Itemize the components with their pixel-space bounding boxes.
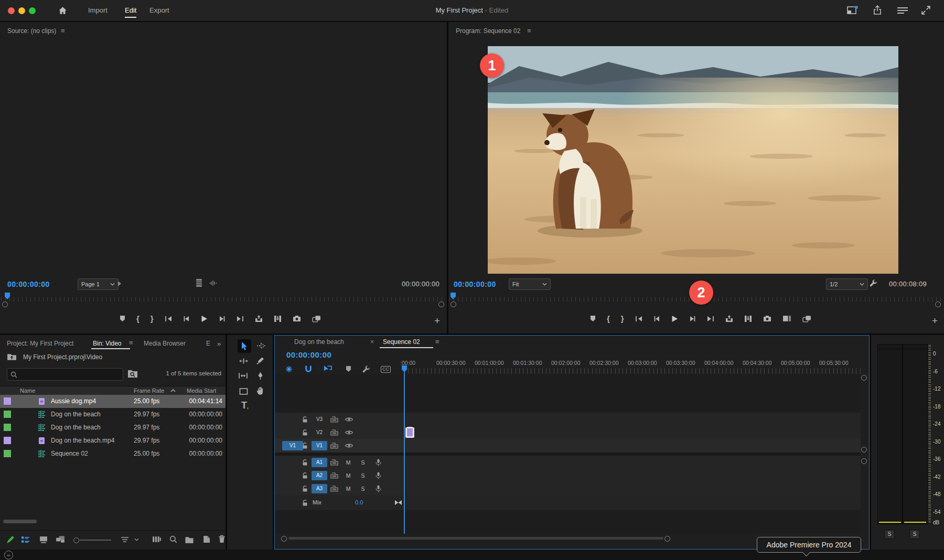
tab-project[interactable]: Project: My First Project (7, 340, 73, 347)
track-a1[interactable]: A1 M S (275, 456, 861, 469)
mix-volume-value[interactable]: 0.0 (355, 499, 363, 505)
new-item-icon[interactable] (202, 535, 210, 543)
lock-icon[interactable] (302, 499, 308, 506)
bin-item-row[interactable]: Sequence 02 25.00 fps 00:00:00:00 (0, 447, 226, 460)
tab-media-browser[interactable]: Media Browser (144, 340, 186, 347)
list-view-icon[interactable] (21, 536, 30, 543)
step-forward-icon[interactable] (219, 316, 226, 322)
timeline-zoom-scrollbar[interactable] (288, 537, 663, 540)
go-to-in-icon[interactable] (165, 316, 172, 322)
column-name[interactable]: Name (20, 387, 35, 394)
lock-icon[interactable] (302, 443, 308, 449)
go-to-in-icon[interactable] (635, 316, 642, 322)
lock-icon[interactable] (302, 416, 308, 423)
track-label[interactable]: A2 (312, 471, 327, 480)
zoom-slider-handle[interactable] (73, 537, 79, 543)
drag-video-only-icon[interactable] (195, 278, 203, 287)
column-media-start[interactable]: Media Start (187, 387, 216, 394)
button-editor-icon[interactable]: + (932, 316, 938, 326)
track-output-eye-icon[interactable] (345, 429, 353, 435)
label-swatch[interactable] (4, 397, 11, 405)
timeline-ruler[interactable] (404, 368, 862, 374)
delete-icon[interactable] (218, 535, 226, 543)
track-a1-lane[interactable] (404, 456, 861, 469)
mark-in-icon[interactable]: { (607, 315, 610, 322)
timeline-clip[interactable] (405, 427, 414, 438)
lock-icon[interactable] (302, 485, 308, 492)
track-v1-lane[interactable] (404, 439, 861, 453)
program-zoom-handle-left[interactable] (450, 301, 456, 307)
tab-overflow-icon[interactable]: » (217, 340, 221, 348)
drag-audio-only-icon[interactable] (209, 280, 218, 286)
track-a3-lane[interactable] (404, 482, 861, 495)
timeline-settings-wrench-icon[interactable] (362, 365, 370, 373)
label-swatch[interactable] (4, 437, 11, 444)
mark-out-icon[interactable]: } (151, 315, 154, 322)
lift-icon[interactable] (725, 315, 733, 322)
quick-export-icon[interactable] (873, 5, 882, 15)
button-editor-icon[interactable]: + (434, 316, 440, 326)
new-bin-icon[interactable] (185, 536, 194, 543)
add-marker-icon[interactable] (120, 315, 125, 322)
solo-button[interactable]: S (359, 459, 367, 466)
track-a2-lane[interactable] (404, 469, 861, 482)
bin-item-row[interactable]: Dog on the beach 29.97 fps 00:00:00:00 (0, 408, 226, 421)
track-v1[interactable]: V1 V1 (275, 439, 861, 453)
lock-icon[interactable] (302, 459, 308, 466)
settings-wrench-icon[interactable] (870, 279, 877, 287)
icon-view-icon[interactable] (39, 536, 48, 543)
program-timecode[interactable]: 00:00:00:00 (454, 280, 496, 288)
panel-menu-icon[interactable]: ≡ (129, 339, 133, 347)
mute-button[interactable]: M (344, 486, 352, 492)
mark-out-icon[interactable]: } (621, 315, 624, 322)
solo-left-button[interactable]: S (884, 530, 895, 539)
workspace-icon[interactable] (847, 6, 858, 15)
track-label[interactable]: V2 (312, 428, 327, 437)
proxy-toggle-icon[interactable] (312, 315, 321, 322)
razor-tool[interactable] (256, 357, 264, 364)
voice-over-mic-icon[interactable] (376, 485, 381, 492)
track-a3[interactable]: A3 M S (275, 482, 861, 496)
label-swatch[interactable] (4, 424, 11, 431)
vertical-scroll-handle[interactable] (861, 447, 867, 453)
type-tool[interactable]: T, (241, 400, 249, 411)
extract-icon[interactable] (744, 315, 752, 322)
comparison-view-icon[interactable] (782, 315, 791, 322)
freeform-view-icon[interactable] (56, 535, 65, 543)
search-box[interactable] (7, 368, 123, 381)
lock-icon[interactable] (302, 472, 308, 479)
breadcrumb[interactable]: My First Project.prproj\Video (23, 353, 102, 361)
bin-item-row[interactable]: Aussie dog.mp4 25.00 fps 00:04:41:14 (0, 395, 226, 408)
export-frame-icon[interactable] (293, 315, 301, 322)
bin-item-row[interactable]: Dog on the beach 29.97 fps 00:00:00:00 (0, 421, 226, 434)
play-icon[interactable] (201, 315, 208, 322)
ripple-edit-tool[interactable] (239, 358, 248, 364)
track-label[interactable]: A3 (312, 484, 327, 493)
panel-menu-icon[interactable]: ≡ (527, 27, 531, 35)
sync-lock-icon[interactable] (330, 416, 338, 423)
export-frame-icon[interactable] (763, 315, 771, 322)
mute-button[interactable]: M (344, 472, 352, 479)
track-a2[interactable]: A2 M S (275, 469, 861, 482)
panel-menu-icon[interactable]: ≡ (435, 338, 439, 346)
sync-lock-icon[interactable] (330, 486, 338, 492)
page-next-icon[interactable] (117, 281, 122, 287)
source-page-select[interactable]: Page 1 (78, 278, 119, 290)
track-label[interactable]: A1 (312, 458, 327, 467)
program-zoom-handle-right[interactable] (935, 301, 941, 307)
zoom-scrollbar-handle-right[interactable] (664, 536, 670, 542)
source-timecode[interactable]: 00:00:00:00 (7, 280, 50, 288)
keyframe-bowtie-icon[interactable] (394, 500, 402, 505)
go-to-out-icon[interactable] (707, 316, 714, 322)
captions-icon[interactable]: CC (381, 366, 391, 373)
source-scrubbar[interactable] (1, 297, 446, 301)
source-zoom-handle-left[interactable] (2, 301, 8, 307)
solo-button[interactable]: S (359, 472, 367, 479)
search-bin-icon[interactable] (127, 369, 138, 378)
project-writable-icon[interactable] (6, 535, 15, 544)
vertical-scroll-handle[interactable] (861, 458, 867, 464)
sync-lock-icon[interactable] (330, 472, 338, 479)
step-back-icon[interactable] (653, 316, 660, 322)
add-marker-icon[interactable] (346, 365, 351, 372)
lock-icon[interactable] (302, 429, 308, 436)
